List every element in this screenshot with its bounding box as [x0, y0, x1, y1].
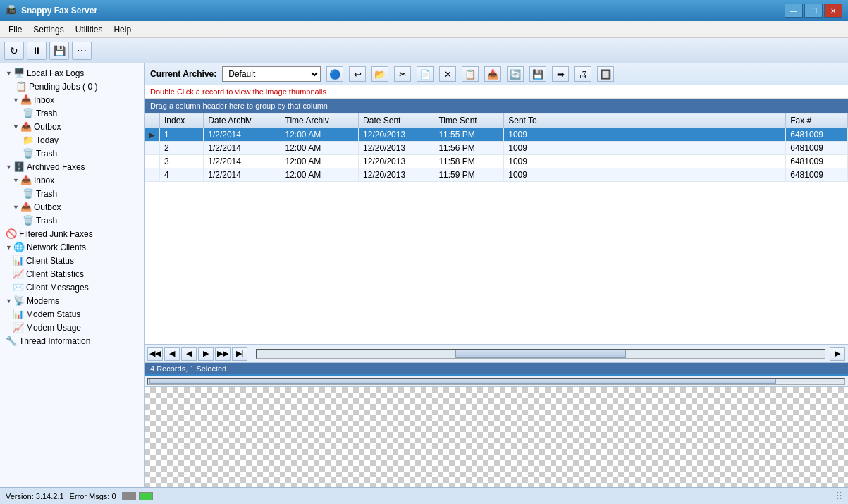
- archive-btn-10[interactable]: 💾: [529, 66, 546, 82]
- resize-grip[interactable]: ⠿: [835, 491, 842, 502]
- archive-btn-9[interactable]: 🔄: [507, 66, 524, 82]
- sidebar-item-thread-info[interactable]: 🔧 Thread Information: [0, 334, 144, 348]
- table-container[interactable]: Index Date Archiv Time Archiv Date Sent …: [145, 113, 848, 345]
- menu-utilities[interactable]: Utilities: [70, 23, 109, 36]
- menu-settings[interactable]: Settings: [27, 23, 69, 36]
- sidebar-item-local-fax-logs[interactable]: ▼ 🖥️ Local Fax Logs: [0, 66, 144, 80]
- toolbar-pause[interactable]: ⏸: [27, 42, 47, 60]
- nav-next-next[interactable]: ▶▶: [215, 347, 231, 361]
- arch-outbox-icon: 📤: [20, 202, 32, 212]
- menu-help[interactable]: Help: [108, 23, 137, 36]
- cell-fax-num: 6481009: [786, 128, 848, 142]
- sidebar-item-pending-jobs[interactable]: 📋 Pending Jobs ( 0 ): [0, 80, 144, 93]
- toolbar-more[interactable]: ⋯: [72, 42, 92, 60]
- app-title: Snappy Fax Server: [21, 6, 785, 16]
- sidebar-item-modems[interactable]: ▼ 📡 Modems: [0, 294, 144, 307]
- sidebar-item-client-messages[interactable]: ✉️ Client Messages: [0, 281, 144, 294]
- sidebar-item-arch-outbox-trash[interactable]: 🗑️ Trash: [0, 214, 144, 227]
- toolbar-refresh[interactable]: ↻: [4, 42, 24, 60]
- sidebar-item-arch-inbox[interactable]: ▼ 📥 Inbox: [0, 173, 144, 187]
- archive-btn-8[interactable]: 📥: [484, 66, 501, 82]
- cell-sent-to: 1009: [504, 142, 786, 155]
- col-date-archiv[interactable]: Date Archiv: [204, 113, 281, 128]
- nav-prev-prev[interactable]: ◀: [164, 347, 180, 361]
- col-sent-to[interactable]: Sent To: [504, 113, 786, 128]
- sidebar-label-modem-status: Modem Status: [26, 309, 80, 319]
- app-icon: 📠: [6, 5, 17, 16]
- archive-btn-6[interactable]: ✕: [439, 66, 456, 82]
- cell-index: 3: [160, 155, 204, 168]
- sidebar-item-inbox-trash[interactable]: 🗑️ Trash: [0, 106, 144, 120]
- sidebar-label-outbox-trash: Trash: [36, 149, 57, 159]
- nav-last[interactable]: ▶|: [232, 347, 247, 361]
- scroll-right[interactable]: ▶: [830, 347, 845, 361]
- archive-select[interactable]: Default Archive1 Archive2: [222, 66, 321, 82]
- archive-btn-1[interactable]: 🔵: [326, 66, 343, 82]
- archive-btn-3[interactable]: 📂: [371, 66, 388, 82]
- cell-date-archiv: 1/2/2014: [204, 128, 281, 142]
- menu-file[interactable]: File: [3, 23, 27, 36]
- today-icon: 📁: [23, 135, 34, 145]
- sidebar-item-client-status[interactable]: 📊 Client Status: [0, 254, 144, 267]
- table-row[interactable]: 4 1/2/2014 12:00 AM 12/20/2013 11:59 PM …: [145, 168, 848, 182]
- thumb-scroll-track[interactable]: [147, 378, 845, 385]
- nav-next[interactable]: ▶: [198, 347, 214, 361]
- sidebar-label-arch-inbox: Inbox: [34, 176, 54, 185]
- sidebar-item-modem-status[interactable]: 📊 Modem Status: [0, 307, 144, 321]
- sidebar-label-local-fax-logs: Local Fax Logs: [27, 68, 84, 78]
- archive-btn-4[interactable]: ✂: [394, 66, 411, 82]
- col-time-sent[interactable]: Time Sent: [434, 113, 504, 128]
- cell-time-archiv: 12:00 AM: [281, 128, 359, 142]
- cell-index: 2: [160, 142, 204, 155]
- nav-prev[interactable]: ◀: [181, 347, 197, 361]
- table-row[interactable]: 2 1/2/2014 12:00 AM 12/20/2013 11:56 PM …: [145, 142, 848, 155]
- col-index[interactable]: Index: [160, 113, 204, 128]
- thumb-scroll-thumb[interactable]: [149, 379, 776, 384]
- col-date-sent[interactable]: Date Sent: [359, 113, 434, 128]
- col-fax-num[interactable]: Fax #: [786, 113, 848, 128]
- sidebar-item-archived-faxes[interactable]: ▼ 🗄️ Archived Faxes: [0, 160, 144, 173]
- toolbar-save[interactable]: 💾: [49, 42, 69, 60]
- sidebar-item-filtered-junk[interactable]: 🚫 Filtered Junk Faxes: [0, 227, 144, 240]
- maximize-button[interactable]: ❐: [804, 4, 823, 18]
- pending-jobs-icon: 📋: [16, 81, 27, 92]
- arch-inbox-trash-icon: 🗑️: [23, 188, 34, 199]
- expand-arrow: ▼: [13, 177, 19, 184]
- status-gray: [122, 492, 136, 500]
- group-by-bar: Drag a column header here to group by th…: [145, 99, 848, 113]
- sidebar-item-client-statistics[interactable]: 📈 Client Statistics: [0, 267, 144, 281]
- col-time-archiv[interactable]: Time Archiv: [281, 113, 359, 128]
- inbox-trash-icon: 🗑️: [23, 108, 34, 118]
- sidebar-item-today[interactable]: 📁 Today: [0, 133, 144, 147]
- sidebar-item-outbox-trash[interactable]: 🗑️ Trash: [0, 147, 144, 160]
- archive-btn-2[interactable]: ↩: [349, 66, 366, 82]
- sidebar-item-network-clients[interactable]: ▼ 🌐 Network Clients: [0, 240, 144, 254]
- sidebar-item-modem-usage[interactable]: 📈 Modem Usage: [0, 321, 144, 334]
- client-status-icon: 📊: [13, 255, 24, 266]
- sidebar-item-outbox[interactable]: ▼ 📤 Outbox: [0, 120, 144, 133]
- cell-fax-num: 6481009: [786, 155, 848, 168]
- sidebar-label-archived-faxes: Archived Faxes: [27, 162, 85, 172]
- sidebar-label-client-messages: Client Messages: [26, 283, 89, 293]
- minimize-button[interactable]: —: [785, 4, 803, 18]
- sidebar-item-arch-outbox[interactable]: ▼ 📤 Outbox: [0, 200, 144, 214]
- archive-btn-11[interactable]: ➡: [552, 66, 569, 82]
- archive-btn-7[interactable]: 📋: [462, 66, 479, 82]
- table-row[interactable]: 3 1/2/2014 12:00 AM 12/20/2013 11:58 PM …: [145, 155, 848, 168]
- archive-btn-12[interactable]: 🖨: [574, 66, 591, 82]
- inbox-icon: 📥: [20, 94, 32, 105]
- thumbnail-scrollbar[interactable]: [145, 376, 848, 387]
- scroll-thumb[interactable]: [455, 350, 626, 358]
- scroll-track[interactable]: [256, 349, 825, 359]
- sidebar-item-inbox[interactable]: ▼ 📥 Inbox: [0, 93, 144, 106]
- sidebar-item-arch-inbox-trash[interactable]: 🗑️ Trash: [0, 187, 144, 200]
- table-row[interactable]: ▶ 1 1/2/2014 12:00 AM 12/20/2013 11:55 P…: [145, 128, 848, 142]
- close-button[interactable]: ✕: [824, 4, 842, 18]
- nav-first[interactable]: ◀◀: [147, 347, 163, 361]
- cell-sent-to: 1009: [504, 168, 786, 182]
- cell-sent-to: 1009: [504, 128, 786, 142]
- col-indicator[interactable]: [145, 113, 160, 128]
- arch-outbox-trash-icon: 🗑️: [23, 215, 34, 226]
- archive-btn-13[interactable]: 🔲: [597, 66, 614, 82]
- archive-btn-5[interactable]: 📄: [417, 66, 434, 82]
